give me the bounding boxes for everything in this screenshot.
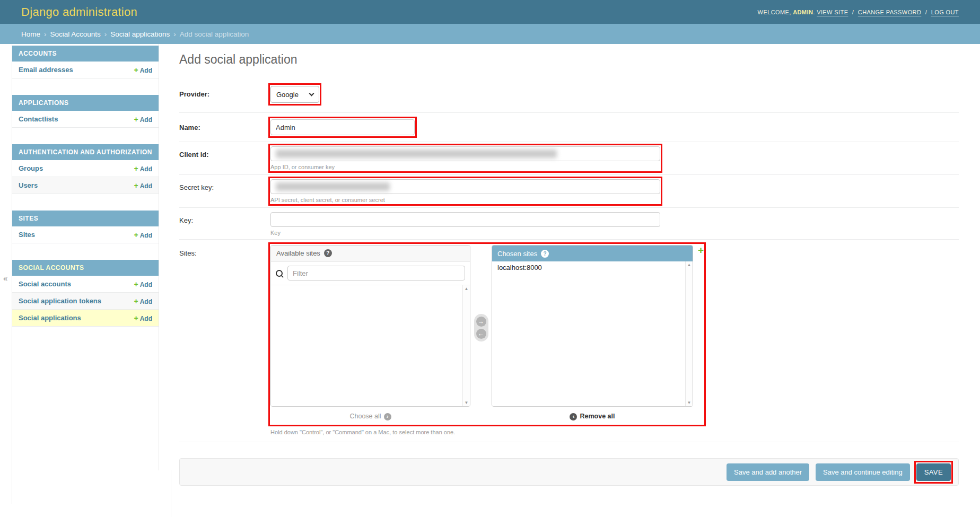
view-site-link[interactable]: VIEW SITE bbox=[817, 9, 848, 15]
chosen-sites-list[interactable]: localhost:8000 ▲ ▼ bbox=[492, 261, 693, 406]
client-id-help: App ID, or consumer key bbox=[270, 164, 660, 170]
provider-select[interactable]: Google bbox=[270, 86, 319, 103]
sites-label: Sites: bbox=[179, 245, 270, 436]
module-caption: SOCIAL ACCOUNTS bbox=[12, 260, 159, 276]
client-id-label: Client id: bbox=[179, 146, 270, 171]
available-list-scrollbar[interactable]: ▲ ▼ bbox=[462, 285, 470, 406]
remove-all-arrow-icon: ‹ bbox=[570, 413, 577, 420]
sidebar-item-social-accounts[interactable]: Social accounts +Add bbox=[12, 276, 159, 293]
sidebar-item-social-applications[interactable]: Social applications +Add bbox=[12, 310, 159, 327]
choose-all-arrow-icon: › bbox=[384, 413, 391, 420]
add-user-link[interactable]: +Add bbox=[134, 181, 152, 190]
help-icon[interactable]: ? bbox=[541, 250, 549, 258]
sidebar-module-auth: AUTHENTICATION AND AUTHORIZATION Groups … bbox=[12, 144, 159, 194]
save-button[interactable]: SAVE bbox=[916, 463, 951, 481]
help-icon[interactable]: ? bbox=[324, 249, 332, 257]
move-left-icon[interactable]: ← bbox=[476, 329, 486, 339]
scroll-down-icon[interactable]: ▼ bbox=[687, 400, 692, 405]
breadcrumb-social-accounts[interactable]: Social Accounts bbox=[50, 30, 101, 38]
add-label: Add bbox=[140, 315, 152, 322]
form-row-secret-key: Secret key: API secret, client secret, o… bbox=[179, 175, 959, 208]
chosen-list-scrollbar[interactable]: ▲ ▼ bbox=[685, 261, 693, 406]
breadcrumb-separator: › bbox=[104, 30, 107, 38]
sidebar-module-applications: APPLICATIONS Contactlists +Add bbox=[12, 95, 159, 128]
plus-icon: + bbox=[134, 297, 138, 305]
sidebar-item-users[interactable]: Users +Add bbox=[12, 177, 159, 194]
provider-selected-value: Google bbox=[276, 91, 299, 99]
model-link[interactable]: Users bbox=[19, 181, 38, 189]
search-icon bbox=[276, 270, 283, 277]
change-password-link[interactable]: CHANGE PASSWORD bbox=[858, 9, 921, 15]
add-site-plus-icon[interactable]: + bbox=[698, 245, 704, 256]
chosen-sites-header: Chosen sites ? bbox=[492, 246, 693, 261]
move-right-icon[interactable]: → bbox=[476, 317, 486, 327]
sidebar-module-accounts: ACCOUNTS Email addresses +Add bbox=[12, 46, 159, 78]
sidebar-item-email-addresses[interactable]: Email addresses +Add bbox=[12, 62, 159, 78]
save-and-continue-button[interactable]: Save and continue editing bbox=[816, 463, 910, 481]
model-link[interactable]: Social applications bbox=[19, 314, 81, 322]
scroll-up-icon[interactable]: ▲ bbox=[465, 286, 469, 291]
choose-all-button[interactable]: Choose all› bbox=[270, 408, 470, 424]
key-help: Key bbox=[270, 230, 660, 236]
site-title[interactable]: Django administration bbox=[21, 5, 137, 19]
sidebar-collapse-icon[interactable]: « bbox=[3, 274, 7, 283]
model-link[interactable]: Groups bbox=[19, 164, 43, 172]
form-row-sites: Sites: Available sites ? bbox=[179, 240, 959, 442]
key-input[interactable] bbox=[270, 212, 660, 227]
sites-help: Hold down "Control", or "Command" on a M… bbox=[270, 429, 704, 435]
module-caption: AUTHENTICATION AND AUTHORIZATION bbox=[12, 144, 159, 160]
model-link[interactable]: Contactlists bbox=[19, 115, 58, 123]
breadcrumb: Home › Social Accounts › Social applicat… bbox=[0, 24, 980, 44]
user-tools: WELCOME, ADMIN. VIEW SITE / CHANGE PASSW… bbox=[758, 9, 959, 15]
name-label: Name: bbox=[179, 119, 270, 135]
model-link[interactable]: Email addresses bbox=[19, 66, 73, 74]
form-row-provider: Provider: Google bbox=[179, 74, 959, 113]
secret-key-input[interactable] bbox=[270, 179, 660, 194]
add-social-application-token-link[interactable]: +Add bbox=[134, 297, 152, 305]
sidebar-item-contactlists[interactable]: Contactlists +Add bbox=[12, 111, 159, 128]
model-link[interactable]: Social application tokens bbox=[19, 297, 101, 305]
sidebar-right-border bbox=[159, 44, 159, 470]
provider-label: Provider: bbox=[179, 86, 270, 103]
breadcrumb-social-applications[interactable]: Social applications bbox=[110, 30, 170, 38]
add-social-application-link[interactable]: +Add bbox=[134, 314, 152, 322]
breadcrumb-home[interactable]: Home bbox=[21, 30, 40, 38]
available-sites-list[interactable]: ▲ ▼ bbox=[271, 285, 470, 406]
add-group-link[interactable]: +Add bbox=[134, 164, 152, 173]
link-separator: / bbox=[925, 9, 927, 15]
submit-row: Save and add another Save and continue e… bbox=[179, 458, 959, 486]
remove-all-button[interactable]: ‹Remove all bbox=[492, 408, 693, 424]
sidebar-module-social-accounts: SOCIAL ACCOUNTS Social accounts +Add Soc… bbox=[12, 260, 159, 327]
remove-all-label: Remove all bbox=[580, 413, 615, 420]
sidebar-item-sites[interactable]: Sites +Add bbox=[12, 226, 159, 243]
nav-sidebar: ACCOUNTS Email addresses +Add APPLICATIO… bbox=[12, 44, 159, 343]
add-email-address-link[interactable]: +Add bbox=[134, 66, 152, 74]
add-label: Add bbox=[140, 182, 152, 190]
breadcrumb-separator: › bbox=[173, 30, 176, 38]
choose-all-label: Choose all bbox=[349, 413, 381, 420]
sidebar-item-social-application-tokens[interactable]: Social application tokens +Add bbox=[12, 293, 159, 310]
key-label: Key: bbox=[179, 212, 270, 236]
chosen-site-option[interactable]: localhost:8000 bbox=[492, 261, 693, 273]
filter-input[interactable] bbox=[287, 266, 465, 281]
selector-footers: Choose all› ‹Remove all bbox=[270, 408, 704, 424]
client-id-input[interactable] bbox=[270, 146, 660, 161]
scroll-down-icon[interactable]: ▼ bbox=[465, 400, 469, 405]
chosen-sites-title: Chosen sites bbox=[497, 250, 537, 258]
name-input[interactable] bbox=[270, 119, 415, 135]
add-site-link[interactable]: +Add bbox=[134, 231, 152, 239]
add-social-account-link[interactable]: +Add bbox=[134, 280, 152, 288]
add-label: Add bbox=[140, 165, 152, 173]
model-link[interactable]: Social accounts bbox=[19, 280, 71, 288]
add-contactlist-link[interactable]: +Add bbox=[134, 115, 152, 124]
form-row-key: Key: Key bbox=[179, 208, 959, 240]
scroll-up-icon[interactable]: ▲ bbox=[687, 262, 692, 267]
plus-icon: + bbox=[134, 115, 138, 124]
save-and-add-another-button[interactable]: Save and add another bbox=[727, 463, 809, 481]
available-sites-panel: Available sites ? ▲ ▼ bbox=[270, 245, 470, 407]
add-label: Add bbox=[140, 281, 152, 288]
model-link[interactable]: Sites bbox=[19, 231, 35, 239]
sidebar-item-groups[interactable]: Groups +Add bbox=[12, 160, 159, 177]
page-title: Add social application bbox=[179, 52, 959, 67]
log-out-link[interactable]: LOG OUT bbox=[931, 9, 959, 15]
